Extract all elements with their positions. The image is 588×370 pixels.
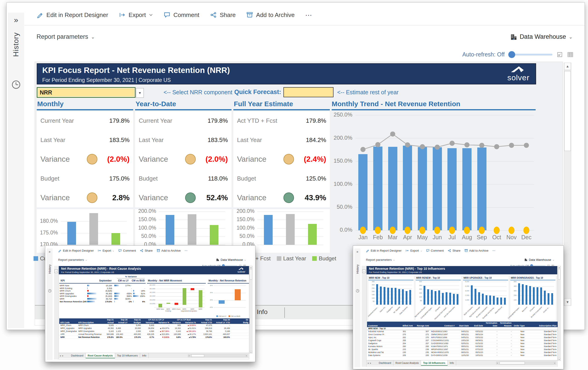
add-to-archive-button[interactable]: Add to Archive bbox=[157, 249, 181, 252]
scroll-up-button[interactable]: ▲ bbox=[564, 63, 571, 70]
sheet-tab-info[interactable]: Info bbox=[448, 360, 456, 366]
hscroll-thumb[interactable] bbox=[191, 354, 204, 357]
sheet-tab-dashboard[interactable]: Dashboard bbox=[69, 353, 86, 358]
sidebar-expand-icon[interactable]: » bbox=[8, 15, 24, 24]
toolbar-more-button[interactable]: ⋯ bbox=[305, 11, 313, 19]
scroll-up-button[interactable]: ▲ bbox=[558, 266, 560, 269]
bar bbox=[427, 289, 429, 305]
sheet-tab-root-cause-analysis[interactable]: Root Cause Analysis bbox=[393, 360, 421, 366]
kpi-row-label: Variance bbox=[41, 155, 70, 164]
comment-button[interactable]: Comment bbox=[118, 249, 136, 252]
auto-refresh-slider[interactable] bbox=[509, 54, 552, 56]
nrr-chart-title: Monthly - Net Revenue Retention bbox=[209, 279, 246, 282]
report-parameters-dropdown[interactable]: Report parameters ⌄ bbox=[37, 33, 95, 40]
kpi-card: Current Year179.8%Last Year183.5%Varianc… bbox=[135, 111, 231, 207]
bar bbox=[158, 304, 162, 307]
sheet-tab-dashboard[interactable]: Dashboard bbox=[377, 360, 393, 366]
share-button[interactable]: Share bbox=[210, 11, 236, 19]
add-to-archive-button[interactable]: Add to Archive bbox=[464, 249, 489, 252]
bar bbox=[544, 291, 546, 305]
x-tick-label: Compuglobal Hyper... bbox=[419, 306, 433, 320]
scroll-down-button[interactable]: ▼ bbox=[250, 351, 252, 353]
toolbar-more-button[interactable]: ⋯ bbox=[184, 249, 188, 252]
table-view-icon[interactable] bbox=[567, 51, 574, 58]
vertical-scrollbar[interactable]: ▲ ▼ bbox=[250, 266, 252, 353]
y-tick-label: 60,000 bbox=[147, 284, 155, 286]
hscroll-thumb[interactable] bbox=[500, 362, 525, 364]
data-warehouse-dropdown[interactable]: Data Warehouse⌄ bbox=[216, 258, 246, 261]
toolbar-more-button[interactable]: ⋯ bbox=[492, 249, 495, 252]
inline-bar bbox=[87, 298, 96, 300]
cm-vs-ly-value: 435% bbox=[118, 292, 132, 295]
kpi-row-label: Budget bbox=[139, 175, 158, 182]
horizontal-scrollbar[interactable]: ◂▸ bbox=[188, 354, 248, 357]
variance-legend-item: CM vs LY bbox=[216, 315, 226, 317]
comment-icon bbox=[164, 11, 170, 18]
table-cell: 301 bbox=[401, 330, 416, 333]
tab-scroll-arrows[interactable]: ◂▸ bbox=[60, 353, 65, 358]
auto-refresh-slider-thumb[interactable] bbox=[508, 51, 515, 58]
y-tick-label: 200.0% bbox=[233, 208, 254, 214]
sheet-tab-root-cause-analysis[interactable]: Root Cause Analysis bbox=[86, 353, 115, 358]
table-cell: - bbox=[484, 339, 498, 342]
tab-scroll-arrows[interactable]: ◂▸ bbox=[368, 360, 373, 366]
kpi-row-value: 179.8% bbox=[109, 117, 130, 124]
history-label: History bbox=[48, 264, 52, 274]
scroll-thumb[interactable] bbox=[558, 269, 560, 280]
table-cell: - bbox=[484, 336, 498, 339]
collapse-rows-button[interactable]: − bbox=[54, 270, 58, 273]
table-row: Gadgetron254257GADGE0001C105002/01/2101/… bbox=[367, 342, 558, 345]
kpi-row: Last Year184.2% bbox=[233, 130, 330, 150]
export-icon bbox=[119, 11, 126, 18]
data-warehouse-dropdown[interactable]: Data Warehouse⌄ bbox=[524, 258, 554, 261]
sidebar-expand-icon[interactable]: » bbox=[47, 250, 52, 253]
variance-chart-legend: CM vs LYCM vs BUD bbox=[208, 315, 249, 317]
y-tick-label: 100 bbox=[368, 297, 375, 299]
table-cell: 5,000 bbox=[129, 324, 142, 327]
table-row: Input, Inc.262270INPUT0001C106604/01/210… bbox=[367, 336, 558, 339]
scroll-thumb[interactable] bbox=[250, 269, 252, 280]
scroll-down-button[interactable]: ▼ bbox=[558, 358, 560, 361]
share-button[interactable]: Share bbox=[140, 249, 153, 252]
x-tick-label: Dec bbox=[519, 234, 534, 241]
sheet-tab-top-10-influencers[interactable]: Top 10 Influencers bbox=[115, 353, 140, 358]
export-button[interactable]: Export bbox=[119, 11, 153, 19]
report-vertical-scrollbar[interactable]: ▲ ▼ bbox=[564, 63, 571, 306]
sidebar-expand-icon[interactable]: » bbox=[354, 250, 360, 253]
bar bbox=[391, 288, 393, 305]
table-cell: MRR_Churn bbox=[59, 324, 77, 327]
sheet-tab-top-10-influencers[interactable]: Top 10 Influencers bbox=[421, 360, 447, 366]
scroll-thumb[interactable] bbox=[564, 71, 571, 151]
top10-charts-strip: MRR NEW - Top 1035030025020015010050-Ind… bbox=[367, 276, 557, 321]
scroll-down-button[interactable]: ▼ bbox=[564, 299, 571, 306]
cm-vs-bud-value: 18% bbox=[133, 290, 145, 292]
report-parameters-dropdown[interactable]: Report parameters⌄ bbox=[58, 258, 87, 261]
scroll-up-button[interactable]: ▲ bbox=[250, 266, 252, 269]
report-region: − Net Revenue Retention (NRR) - Root Cau… bbox=[54, 266, 252, 360]
vertical-scrollbar[interactable]: ▲ ▼ bbox=[558, 266, 561, 361]
edit-in-report-designer-button[interactable]: Edit in Report Designer bbox=[37, 11, 108, 19]
sheet-tab-info[interactable]: Info bbox=[140, 353, 149, 358]
table-cell: New bbox=[513, 330, 525, 333]
table-cell: - bbox=[498, 333, 513, 336]
table-cell: MRR Downgrades bbox=[77, 330, 102, 333]
share-button[interactable]: Share bbox=[448, 249, 461, 252]
data-warehouse-dropdown[interactable]: Data Warehouse ⌄ bbox=[510, 33, 573, 40]
gridline bbox=[156, 304, 204, 304]
table-cell: Industrial Automat bbox=[367, 330, 401, 333]
tab-info[interactable]: Info bbox=[257, 308, 268, 316]
edit-in-report-designer-button[interactable]: Edit in Report Designer bbox=[58, 249, 94, 252]
collapse-rows-button[interactable]: − bbox=[362, 270, 366, 273]
export-button[interactable]: Export⌄ bbox=[405, 249, 422, 252]
export-button[interactable]: Export⌄ bbox=[98, 249, 114, 252]
report-parameters-dropdown[interactable]: Report parameters⌄ bbox=[366, 258, 395, 261]
add-to-archive-button[interactable]: Add to Archive bbox=[246, 11, 295, 19]
comment-button[interactable]: Comment bbox=[426, 249, 444, 252]
pop-out-icon[interactable] bbox=[556, 51, 563, 58]
gridline bbox=[156, 285, 204, 285]
table-cell: - bbox=[498, 351, 513, 354]
edit-in-report-designer-button[interactable]: Edit in Report Designer bbox=[366, 249, 401, 252]
horizontal-scrollbar[interactable]: ◂▸ bbox=[496, 361, 556, 364]
y-tick-label: 250.0% bbox=[332, 111, 352, 118]
comment-button[interactable]: Comment bbox=[164, 11, 199, 19]
